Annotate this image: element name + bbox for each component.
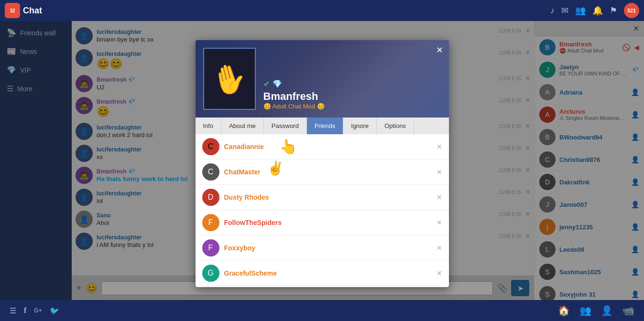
list-item: C Canadiannie ✕ — [196, 134, 449, 160]
modal-overlay: ✋ ✔ 💎 Bmanfresh 😊 Adult Chat Mod 😊 ✕ Inf… — [0, 21, 644, 300]
topbar: 32 Chat ♪ ✉ 👥 🔔 ⚑ 321 — [0, 0, 644, 21]
flag-icon[interactable]: ⚑ — [610, 5, 617, 16]
friend-name[interactable]: GracefulScheme — [224, 269, 326, 277]
list-item: C ChatMaster ✕ — [196, 160, 449, 185]
friend-avatar: C — [202, 163, 219, 181]
tab-ignore[interactable]: Ignore — [343, 118, 377, 134]
twitter-icon[interactable]: 🐦 — [50, 306, 59, 315]
friend-avatar: D — [202, 189, 219, 206]
notification-icon[interactable]: 🔔 — [592, 5, 603, 16]
friend-name[interactable]: Dusty Rhodes — [224, 193, 326, 201]
friend-remove-icon[interactable]: ✕ — [437, 168, 442, 176]
profile-modal: ✋ ✔ 💎 Bmanfresh 😊 Adult Chat Mod 😊 ✕ Inf… — [196, 40, 449, 287]
add-user-icon[interactable]: 👤 — [601, 305, 613, 316]
friend-avatar: C — [202, 138, 219, 155]
mail-icon[interactable]: ✉ — [561, 5, 568, 16]
verified-check-icon: ✔ — [263, 79, 270, 88]
home-icon[interactable]: 🏠 — [558, 305, 570, 316]
bottombar-right: 🏠 👥 👤 📹 — [558, 305, 634, 316]
list-item: F FollowTheSpiders ✕ — [196, 210, 449, 235]
friend-avatar: F — [202, 239, 219, 257]
friend-remove-icon[interactable]: ✕ — [437, 219, 442, 226]
modal-profile-info: ✔ 💎 Bmanfresh 😊 Adult Chat Mod 😊 — [263, 79, 441, 110]
profile-badges: ✔ 💎 — [263, 79, 441, 88]
modal-profile-header: ✋ ✔ 💎 Bmanfresh 😊 Adult Chat Mod 😊 ✕ — [196, 40, 449, 118]
music-icon[interactable]: ♪ — [550, 6, 555, 16]
friend-remove-icon[interactable]: ✕ — [437, 193, 442, 201]
tab-options[interactable]: Options — [377, 118, 414, 134]
friend-avatar: F — [202, 214, 219, 231]
facebook-icon[interactable]: f — [24, 306, 26, 315]
logo[interactable]: 32 Chat — [5, 3, 42, 18]
list-item: ? — [196, 286, 449, 287]
modal-tabs: Info About me Password Friends Ignore Op… — [196, 118, 449, 134]
logo-icon: 32 — [5, 3, 20, 18]
friend-name[interactable]: Canadiannie — [224, 143, 326, 150]
friend-name[interactable]: ChatMaster — [224, 168, 326, 176]
friend-name[interactable]: Foxxyboy — [224, 244, 326, 252]
bottombar-left: ☰ f G+ 🐦 — [10, 306, 59, 315]
tab-friends[interactable]: Friends — [307, 118, 343, 134]
google-plus-icon[interactable]: G+ — [34, 307, 42, 314]
hamburger-menu-icon[interactable]: ☰ — [10, 306, 16, 315]
video-icon[interactable]: 📹 — [622, 305, 634, 316]
tab-password[interactable]: Password — [264, 118, 307, 134]
list-item: G GracefulScheme ✕ — [196, 261, 449, 286]
friend-remove-icon[interactable]: ✕ — [437, 244, 442, 252]
friend-remove-icon[interactable]: ✕ — [437, 269, 442, 277]
modal-profile-name: Bmanfresh — [263, 90, 441, 103]
friend-name[interactable]: FollowTheSpiders — [224, 219, 326, 226]
diamond-badge-icon: 💎 — [273, 79, 282, 88]
friend-remove-icon[interactable]: ✕ — [437, 143, 442, 150]
modal-close-button[interactable]: ✕ — [436, 45, 443, 55]
profile-picture: ✋ — [203, 48, 256, 110]
user-avatar[interactable]: 321 — [624, 3, 639, 18]
users-group-icon[interactable]: 👥 — [579, 305, 591, 316]
tab-about-me[interactable]: About me — [221, 118, 264, 134]
modal-friends-content: 👆 ✌ C Canadiannie ✕ C ChatMaster ✕ D Dus… — [196, 134, 449, 287]
users-icon[interactable]: 👥 — [575, 5, 586, 16]
bottombar: ☰ f G+ 🐦 🏠 👥 👤 📹 — [0, 300, 644, 321]
friend-avatar: G — [202, 265, 219, 282]
logo-text: Chat — [23, 6, 42, 16]
topbar-icons: ♪ ✉ 👥 🔔 ⚑ 321 — [550, 3, 639, 18]
list-item: F Foxxyboy ✕ — [196, 235, 449, 261]
tab-info[interactable]: Info — [196, 118, 222, 134]
modal-profile-role: 😊 Adult Chat Mod 😊 — [263, 103, 441, 110]
list-item: D Dusty Rhodes ✕ — [196, 185, 449, 210]
